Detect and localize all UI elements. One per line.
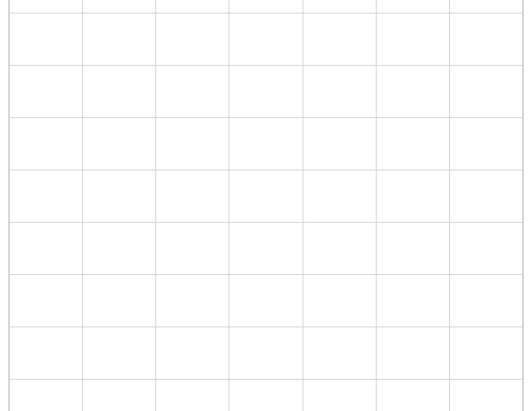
week-5-day-4-header (229, 379, 303, 411)
week-1-day-3-header: 3 (156, 0, 229, 13)
calendar-container: Sunday Monday Tuesday Wednesday Thursday… (8, 0, 524, 411)
week-3-cell-3 (156, 222, 229, 274)
week-4-date-row: 22232425262728 (10, 274, 523, 327)
day-number-11: 11 (233, 68, 298, 77)
day-number-24: 24 (160, 277, 225, 286)
week-3-day-2-header: 16 (83, 170, 156, 222)
week-3-day-5-header: 19 (303, 170, 376, 222)
week-1-content-row (10, 13, 523, 65)
week-1-day-5-header: 5 (303, 0, 376, 13)
week-4-cell-5 (303, 327, 376, 379)
week-2-cell-4 (229, 117, 303, 170)
week-5-day-2-header: 30 (83, 379, 156, 411)
week-3-day-7-header: 21 (449, 170, 522, 222)
week-1-cell-3 (156, 13, 229, 65)
day-number-9: 9 (87, 68, 152, 77)
day-number-27: 27 (380, 277, 445, 286)
day-number-22: 22 (13, 277, 78, 286)
day-number-17: 17 (160, 173, 225, 182)
week-4-content-row (10, 327, 523, 379)
week-4-day-2-header: 23 (83, 274, 156, 327)
day-number-18: 18 (233, 173, 298, 182)
week-2-content-row (10, 117, 523, 170)
week-2-day-1-header: 8 (10, 65, 83, 117)
week-4-cell-7 (449, 327, 522, 379)
week-4-day-7-header: 28 (449, 274, 522, 327)
week-3-date-row: 15161718192021 (10, 170, 523, 222)
day-number-21: 21 (454, 173, 519, 182)
day-number-13: 13 (380, 68, 445, 77)
week-3-cell-2 (83, 222, 156, 274)
day-number-8: 8 (13, 68, 78, 77)
week-4-cell-2 (83, 327, 156, 379)
week-2-day-4-header: 11 (229, 65, 303, 117)
week-3-content-row (10, 222, 523, 274)
day-number-19: 19 (307, 173, 372, 182)
week-3-day-1-header: 15 (10, 170, 83, 222)
week-2-date-row: 891011121314 (10, 65, 523, 117)
week-4-day-1-header: 22 (10, 274, 83, 327)
week-1-day-7-header: 7 (449, 0, 522, 13)
week-2-day-2-header: 9 (83, 65, 156, 117)
week-2-day-5-header: 12 (303, 65, 376, 117)
day-number-16: 16 (87, 173, 152, 182)
day-number-29: 29 (13, 382, 78, 391)
day-number-20: 20 (380, 173, 445, 182)
week-4-cell-1 (10, 327, 83, 379)
week-2-cell-5 (303, 117, 376, 170)
day-number-12: 12 (307, 68, 372, 77)
week-1-day-2-header: 2 (83, 0, 156, 13)
week-3-cell-7 (449, 222, 522, 274)
week-5-day-1-header: 29 (10, 379, 83, 411)
week-5-day-5-header (303, 379, 376, 411)
week-2-day-3-header: 10 (156, 65, 229, 117)
week-4-day-3-header: 24 (156, 274, 229, 327)
week-2-cell-2 (83, 117, 156, 170)
week-1-cell-1 (10, 13, 83, 65)
week-2-day-7-header: 14 (449, 65, 522, 117)
week-1-day-4-header: 4 (229, 0, 303, 13)
week-3-day-3-header: 17 (156, 170, 229, 222)
week-3-cell-6 (376, 222, 449, 274)
week-2-cell-6 (376, 117, 449, 170)
day-number-14: 14 (454, 68, 519, 77)
week-2-day-6-header: 13 (376, 65, 449, 117)
week-1-cell-7 (449, 13, 522, 65)
week-4-day-4-header: 25 (229, 274, 303, 327)
week-3-cell-4 (229, 222, 303, 274)
week-3-cell-1 (10, 222, 83, 274)
calendar-table: Sunday Monday Tuesday Wednesday Thursday… (9, 0, 523, 411)
week-4-day-6-header: 27 (376, 274, 449, 327)
week-5-day-3-header (156, 379, 229, 411)
week-2-cell-1 (10, 117, 83, 170)
week-3-day-6-header: 20 (376, 170, 449, 222)
day-number-10: 10 (160, 68, 225, 77)
week-4-cell-4 (229, 327, 303, 379)
day-number-28: 28 (454, 277, 519, 286)
week-1-day-6-header: 6 (376, 0, 449, 13)
calendar-body: 1234567891011121314151617181920212223242… (10, 0, 523, 411)
week-1-day-1-header: 1 (10, 0, 83, 13)
day-number-25: 25 (233, 277, 298, 286)
week-3-day-4-header: 18 (229, 170, 303, 222)
week-2-cell-3 (156, 117, 229, 170)
day-number-26: 26 (307, 277, 372, 286)
day-number-15: 15 (13, 173, 78, 182)
week-1-cell-6 (376, 13, 449, 65)
week-5-day-7-header (449, 379, 522, 411)
week-5-date-row: 2930 (10, 379, 523, 411)
week-4-day-5-header: 26 (303, 274, 376, 327)
week-2-cell-7 (449, 117, 522, 170)
week-3-cell-5 (303, 222, 376, 274)
day-number-23: 23 (87, 277, 152, 286)
week-1-date-row: 1234567 (10, 0, 523, 13)
day-number-30: 30 (87, 382, 152, 391)
week-1-cell-4 (229, 13, 303, 65)
week-4-cell-6 (376, 327, 449, 379)
week-1-cell-5 (303, 13, 376, 65)
week-1-cell-2 (83, 13, 156, 65)
week-5-day-6-header (376, 379, 449, 411)
week-4-cell-3 (156, 327, 229, 379)
